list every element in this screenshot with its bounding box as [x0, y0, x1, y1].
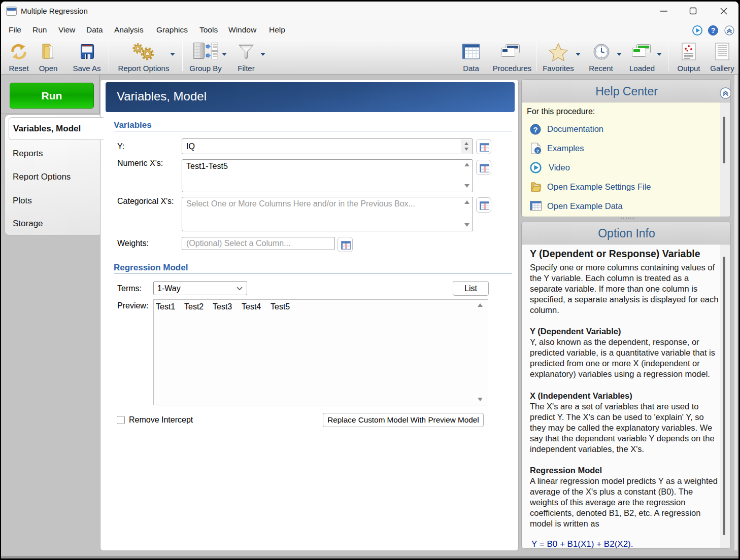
svg-text:?: ? [711, 26, 716, 34]
svg-text:?: ? [533, 125, 537, 134]
svg-text:?: ? [536, 148, 540, 154]
